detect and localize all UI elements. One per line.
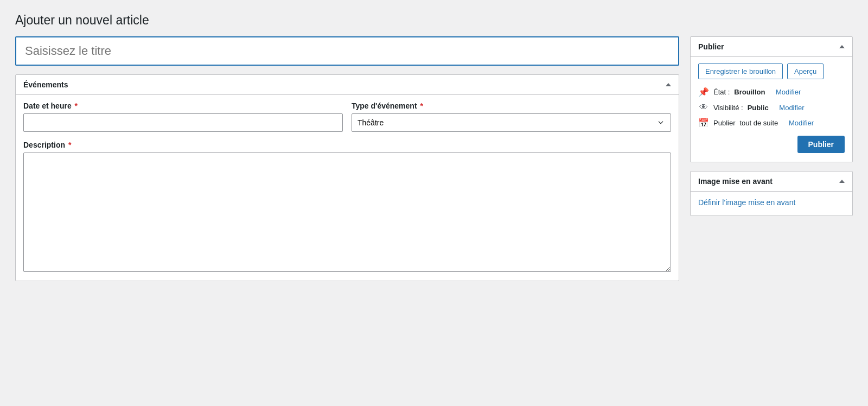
visibility-value: Public	[748, 104, 769, 112]
date-label: Date et heure *	[23, 101, 343, 110]
publish-modify-link[interactable]: Modifier	[789, 119, 814, 127]
featured-image-header[interactable]: Image mise en avant	[691, 172, 852, 192]
publish-when: tout de suite	[739, 119, 778, 127]
description-label: Description *	[23, 141, 671, 149]
status-label: État :	[713, 88, 730, 96]
publish-label: Publier	[713, 119, 735, 127]
set-featured-image-link[interactable]: Définir l'image mise en avant	[698, 198, 795, 207]
preview-button[interactable]: Aperçu	[787, 64, 824, 79]
date-required-star: *	[73, 101, 78, 110]
events-metabox-title: Événements	[23, 80, 68, 89]
visibility-row: 👁 Visibilité : Public Modifier	[698, 103, 845, 112]
status-icon: 📌	[698, 87, 709, 97]
description-textarea[interactable]	[23, 153, 671, 272]
publish-box: Publier Enregistrer le brouillon Aperçu …	[690, 36, 853, 162]
featured-image-title: Image mise en avant	[698, 177, 773, 186]
date-input[interactable]	[23, 113, 343, 132]
description-required-star: *	[66, 141, 71, 149]
publish-actions: Enregistrer le brouillon Aperçu	[698, 64, 845, 79]
publish-meta: 📌 État : Brouillon Modifier 👁 Visibilité…	[698, 87, 845, 128]
publish-box-body: Enregistrer le brouillon Aperçu 📌 État :…	[691, 57, 852, 162]
sidebar: Publier Enregistrer le brouillon Aperçu …	[690, 36, 853, 216]
type-required-star: *	[418, 101, 423, 110]
events-metabox-body: Date et heure * Type d'événement * Théât…	[16, 95, 679, 281]
type-group: Type d'événement * Théâtre Concert Expos…	[352, 101, 671, 132]
publish-button[interactable]: Publier	[797, 136, 845, 153]
visibility-icon: 👁	[698, 103, 709, 112]
publish-btn-row: Publier	[698, 136, 845, 153]
date-group: Date et heure *	[23, 101, 343, 132]
page-title: Ajouter un nouvel article	[15, 13, 853, 28]
visibility-label: Visibilité :	[713, 104, 743, 112]
publish-collapse-icon	[839, 45, 845, 48]
calendar-icon: 📅	[698, 118, 709, 128]
events-collapse-icon	[666, 83, 671, 86]
publish-box-title: Publier	[698, 42, 724, 51]
description-group: Description *	[23, 141, 671, 272]
featured-image-collapse-icon	[839, 180, 845, 183]
featured-image-box: Image mise en avant Définir l'image mise…	[690, 171, 853, 216]
featured-image-body: Définir l'image mise en avant	[691, 192, 852, 215]
publish-box-header[interactable]: Publier	[691, 37, 852, 57]
type-select[interactable]: Théâtre Concert Exposition Autre	[352, 113, 671, 132]
save-draft-button[interactable]: Enregistrer le brouillon	[698, 64, 783, 79]
date-type-row: Date et heure * Type d'événement * Théât…	[23, 101, 671, 132]
status-modify-link[interactable]: Modifier	[776, 88, 801, 96]
events-metabox-header[interactable]: Événements	[16, 75, 679, 95]
visibility-modify-link[interactable]: Modifier	[779, 104, 804, 112]
status-value: Brouillon	[734, 88, 765, 96]
status-row: 📌 État : Brouillon Modifier	[698, 87, 845, 97]
type-label: Type d'événement *	[352, 101, 671, 110]
title-input[interactable]	[15, 36, 679, 66]
publish-date-row: 📅 Publier tout de suite Modifier	[698, 118, 845, 128]
events-metabox: Événements Date et heure * Type d	[15, 74, 679, 281]
